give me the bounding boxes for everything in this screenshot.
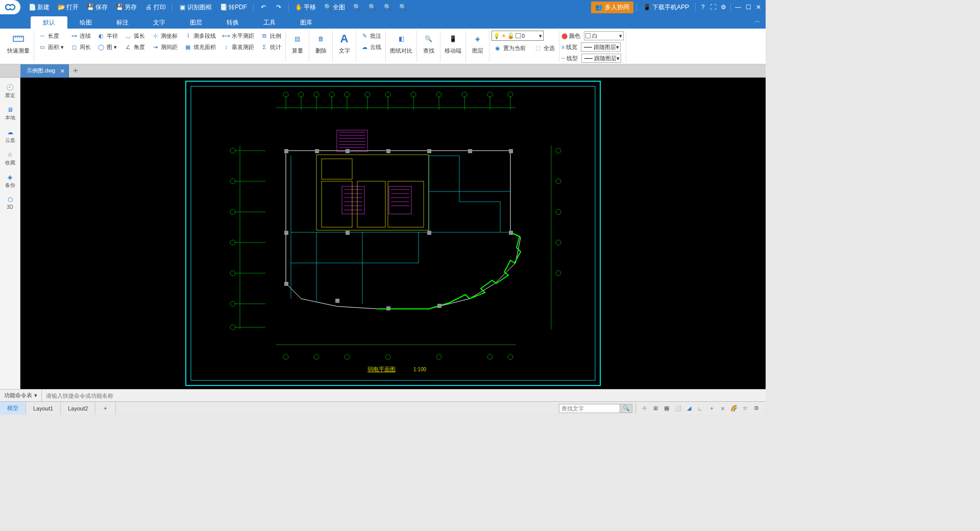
measure-gap[interactable]: ⇥测间距 — [149, 42, 180, 52]
close-icon[interactable]: ✕ — [754, 3, 763, 11]
qa-saveas[interactable]: 💾另存 — [113, 0, 140, 14]
qa-open[interactable]: 📂打开 — [55, 0, 82, 14]
select-all-button[interactable]: ⬚全选 — [532, 43, 557, 53]
qa-recognize[interactable]: ▣识别图框 — [176, 0, 215, 14]
calc-button[interactable]: ▤算量 — [288, 31, 307, 56]
help-icon[interactable]: ? — [699, 3, 707, 11]
command-label[interactable]: 功能命令表▾ — [0, 390, 42, 401]
ribbon-tab-annotate[interactable]: 标注 — [104, 16, 141, 29]
close-tab-icon[interactable]: × — [60, 67, 64, 75]
set-current-button[interactable]: ◉置为当前 — [492, 43, 528, 53]
sidebar-item-fav[interactable]: ☆收藏 — [0, 148, 20, 170]
measure-continuous[interactable]: ⊶连续 — [68, 31, 93, 41]
qa-zoom-prev[interactable]: 🔍 — [396, 0, 409, 14]
find-button[interactable]: 🔍查找 — [420, 31, 438, 56]
osnap-icon[interactable]: ∟ — [695, 403, 705, 414]
fullscreen-icon[interactable]: ⛶ — [709, 3, 717, 11]
linetype-select[interactable]: 跟随图层▾ — [581, 54, 621, 63]
mobile-button[interactable]: 📱移动端 — [443, 31, 463, 56]
qa-new[interactable]: 📄新建 — [26, 0, 53, 14]
qa-full[interactable]: 🔍全图 — [321, 0, 348, 14]
compare-button[interactable]: ◧图纸对比 — [388, 31, 414, 56]
measure-coord[interactable]: ⊹测坐标 — [149, 31, 180, 41]
ribbon-tab-text[interactable]: 文字 — [141, 16, 178, 29]
command-input[interactable] — [42, 393, 766, 399]
grid-icon[interactable]: ⊞ — [650, 403, 660, 414]
ribbon-tab-layer[interactable]: 图层 — [178, 16, 214, 29]
measure-area[interactable]: ▭面积▾ — [36, 42, 66, 52]
annotate-button[interactable]: ✎批注 — [358, 31, 383, 41]
qa-zoom-window[interactable]: 🔍 — [365, 0, 379, 14]
minimize-icon[interactable]: — — [734, 3, 742, 11]
qa-pan[interactable]: ✋平移 — [292, 0, 319, 14]
quick-measure-button[interactable]: 快速测量 — [5, 31, 32, 56]
qa-zoom-in[interactable]: 🔍 — [350, 0, 363, 14]
measure-vdist[interactable]: ↕垂直测距 — [220, 42, 256, 52]
color-select[interactable]: 白▾ — [584, 31, 624, 40]
search-text-input[interactable] — [559, 404, 620, 413]
ortho-icon[interactable]: ⬜ — [673, 403, 683, 414]
add-tab-button[interactable]: ＋ — [69, 65, 82, 76]
ribbon-tab-convert[interactable]: 转换 — [214, 16, 251, 29]
lineweight-toggle-icon[interactable]: ≡ — [718, 403, 728, 414]
sidebar-item-cloud[interactable]: ☁云盘 — [0, 126, 20, 147]
delete-button[interactable]: 🗑删除 — [312, 31, 330, 56]
layout-tab-model[interactable]: 模型 — [0, 402, 26, 415]
measure-length[interactable]: ↔长度 — [36, 31, 66, 41]
download-app[interactable]: 📱下载手机APP — [640, 0, 692, 14]
qa-zoom-out[interactable]: 🔍 — [381, 0, 394, 14]
gear-icon[interactable]: ⚙ — [751, 403, 762, 414]
zoom-in-icon: 🔍 — [353, 4, 360, 11]
maximize-icon[interactable]: ☐ — [744, 3, 752, 11]
text-button[interactable]: A文字 — [335, 31, 354, 56]
qa-redo[interactable]: ↷ — [272, 0, 285, 14]
sidebar-item-3d[interactable]: ⬡3D — [0, 193, 20, 213]
lineweight-select[interactable]: 跟随图层▾ — [581, 42, 621, 52]
drawing-canvas[interactable]: 弱电平面图 1:100 — [20, 78, 766, 389]
measure-fill[interactable]: ▦填充面积 — [182, 42, 218, 52]
sidebar-item-backup[interactable]: ◈备份 — [0, 171, 20, 192]
layout-tab-2[interactable]: Layout2 — [61, 402, 95, 415]
snap-icon[interactable]: ⊹ — [639, 403, 649, 414]
qa-topdf[interactable]: 📑转PDF — [217, 0, 250, 14]
layer-selector[interactable]: 💡 ☀ 🔓 0 ▾ — [492, 31, 544, 41]
layer-name: 0 — [522, 33, 525, 39]
collab-button[interactable]: 👥多人协同 — [591, 2, 633, 13]
measure-angle[interactable]: ∠角度 — [122, 42, 147, 52]
star-icon[interactable]: ☆ — [740, 403, 750, 414]
ribbon-tab-tools[interactable]: 工具 — [251, 16, 288, 29]
track-icon[interactable]: ＋ — [706, 403, 717, 414]
measure-multi[interactable]: ⌇测多段线 — [182, 31, 218, 41]
measure-stat[interactable]: Σ统计 — [258, 42, 283, 52]
settings-icon[interactable]: ⚙ — [719, 3, 727, 11]
svg-rect-82 — [284, 149, 288, 153]
measure-arc[interactable]: ◡弧长 — [122, 31, 147, 41]
add-layout-button[interactable]: ＋ — [95, 402, 116, 415]
polar-icon[interactable]: ◢ — [684, 403, 694, 414]
search-button[interactable]: 🔍 — [620, 404, 632, 413]
ribbon-tab-default[interactable]: 默认 — [31, 16, 67, 29]
grid2-icon[interactable]: ▦ — [662, 403, 672, 414]
ribbon-collapse-icon[interactable]: ︿ — [754, 16, 761, 25]
svg-rect-2 — [191, 86, 595, 380]
measure-hdist[interactable]: ⟷水平测距 — [220, 31, 256, 41]
qa-undo[interactable]: ↶ — [257, 0, 270, 14]
ribbon-tab-draw[interactable]: 绘图 — [67, 16, 104, 29]
layer-button[interactable]: ◈图层 — [469, 31, 487, 56]
qa-save[interactable]: 💾保存 — [84, 0, 111, 14]
svg-rect-70 — [389, 186, 411, 214]
layout-tab-1[interactable]: Layout1 — [26, 402, 61, 415]
measure-scale[interactable]: ⧉比例 — [258, 31, 283, 41]
document-tab[interactable]: 示例图.dwg × — [20, 64, 69, 78]
sidebar-item-local[interactable]: 🖥本地 — [0, 103, 20, 125]
measure-radius[interactable]: ◐半径 — [95, 31, 120, 41]
trash-icon: 🗑 — [314, 32, 328, 46]
svg-rect-87 — [468, 149, 472, 153]
ribbon-tab-library[interactable]: 图库 — [288, 16, 325, 29]
cloud-button[interactable]: ☁云线 — [358, 42, 383, 52]
measure-perimeter[interactable]: ◻周长 — [68, 42, 93, 52]
qa-print[interactable]: 🖨打印 — [142, 0, 169, 14]
sidebar-item-recent[interactable]: 🕘最近 — [0, 81, 20, 102]
color-spectrum-icon[interactable]: 🌈 — [729, 403, 739, 414]
measure-figure[interactable]: ◯图▾ — [95, 42, 120, 52]
